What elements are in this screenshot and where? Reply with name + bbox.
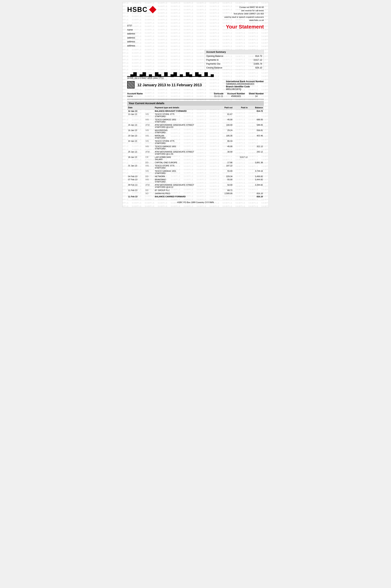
cell-date [127, 192, 145, 195]
cell-date: 09 Feb 13 [127, 183, 145, 189]
footer: HSBC PO Box 1888 Coventry CV3 9WN [127, 200, 264, 203]
account-number-label: Account Number [227, 92, 245, 95]
cell-paid-out: 81.67 [218, 112, 233, 118]
cell-type: VIS [145, 112, 154, 118]
cell-paid-out: 100.00 [218, 123, 233, 129]
cell-paid-in [233, 109, 249, 112]
cell-paid-out [218, 109, 233, 112]
cell-balance: 3,499.82 [249, 175, 264, 178]
cell-balance: 688.05 [249, 118, 264, 123]
cell-type: ATM [145, 150, 154, 156]
cell-type: VIS [145, 145, 154, 150]
table-row: 25 Jan 13 ATM ATM NATIONWIDE GREENGATE S… [127, 150, 264, 156]
cell-paid-out: 30.00 [218, 150, 233, 156]
table-row: 09 Feb 13 ATM ATM NATIONWIDE GREENGATE S… [127, 183, 264, 189]
cell-detail: CAPITAL ONE EUROPE [154, 161, 218, 164]
cell-type: VIS [145, 118, 154, 123]
cell-detail: TESCO GARAGE 1831STAFFORD [154, 145, 218, 150]
cell-date: 04 Feb 13 [127, 175, 145, 178]
contact-line1: Contact tel 08457 60 60 60 [224, 6, 264, 9]
table-row: VIS TESCO GARAGE 1831STAFFORD 45.00 688.… [127, 118, 264, 123]
cell-detail: ATM NATIONWIDE GREENGATE STREETSTAFFORD … [154, 123, 218, 129]
cell-detail: BALANCE BROUGHT FORWARD [154, 109, 218, 112]
contact-line4: used by deaf or speech impaired customer… [224, 15, 264, 19]
table-row: 31 Jan 13 VIS TESCO STORE 3775STAFFORD 1… [127, 164, 264, 169]
col-paid-in: Paid in [233, 106, 249, 110]
cell-paid-in: 3,617.12 [233, 156, 249, 161]
cell-detail: BT GROUP PLC [154, 189, 218, 192]
cell-paid-in [233, 139, 249, 145]
cell-paid-out: 229.34 [218, 175, 233, 178]
table-row: 11 Feb 13 BALANCE CARRIED FORWARD 826.10 [127, 195, 264, 198]
cell-date [127, 118, 145, 123]
address-line5: address [127, 40, 135, 44]
cell-type [145, 109, 154, 112]
cell-paid-out: 50.00 [218, 183, 233, 189]
address-block: 0737 name address address address addres… [127, 24, 135, 48]
cell-balance: 3,891.38 [249, 161, 264, 164]
cell-type: SO [145, 192, 154, 195]
table-row: 22 Jan 13 VIS TESCO STORE 3775STAFFORD 8… [127, 139, 264, 145]
cell-date: 11 Feb 13 [127, 195, 145, 198]
summary-header: Account Summary [205, 50, 264, 54]
cell-paid-out: 105.35 [218, 134, 233, 139]
cell-balance [249, 156, 264, 161]
table-row: 07 Feb 13 VIS BRANTANOSTAFFORD 55.00 3,4… [127, 178, 264, 183]
transactions-table: Date Payment type and details Paid out P… [127, 106, 264, 198]
iban-value: GB96MIDL40020045681823 [226, 83, 264, 85]
cell-paid-in [233, 150, 249, 156]
table-row: 04 Feb 13 DD NETWORK 229.34 3,499.82 [127, 175, 264, 178]
summary-row-closing: Closing Balance 826.10 [205, 66, 264, 70]
cell-paid-in [233, 129, 249, 134]
contact-line2: see reverse for call times [224, 9, 264, 12]
cell-date: 12 Jan 13 [127, 109, 145, 112]
cell-balance: 558.81 [249, 129, 264, 134]
sheet-number-value: 14 [249, 95, 264, 97]
cell-paid-out: 68.72 [218, 189, 233, 192]
table-row: 19 Jan 13 VIS MATALANSTAFFORD 105.35 453… [127, 134, 264, 139]
cell-balance: 588.05 [249, 123, 264, 129]
account-info-section: Account Name name Sortcode 11-11-11 Acco… [127, 92, 264, 97]
summary-row-payments-in: Payments In 3,617.12 [205, 58, 264, 62]
cell-paid-out: 107.22 [218, 164, 233, 169]
cell-paid-in [233, 169, 249, 175]
col-date: Date [127, 106, 145, 110]
cell-paid-in [233, 183, 249, 189]
cell-balance: 826.10 [249, 192, 264, 195]
date-range: 12 January 2013 to 11 February 2013 [137, 83, 202, 87]
address-line3: address [127, 32, 135, 36]
bic-value: MIDLGB2187Q [226, 88, 264, 90]
cell-type: VIS [145, 129, 154, 134]
cell-paid-in [233, 134, 249, 139]
iban-section: International Bank Account Number GB96MI… [226, 80, 264, 90]
contact-info: Contact tel 08457 60 60 60 see reverse f… [224, 6, 264, 22]
cell-balance: 826.10 [249, 195, 264, 198]
cell-type: VIS [145, 169, 154, 175]
logo-area: HSBC [127, 6, 156, 13]
header: HSBC Contact tel 08457 60 60 60 see reve… [127, 6, 264, 22]
summary-label-payments-in: Payments In [206, 59, 219, 61]
cell-date: 11 Feb 13 [127, 189, 145, 192]
table-row: SO SARAH ALFRED 2,500.00 826.10 [127, 192, 264, 195]
address-line4: address [127, 36, 135, 40]
footer-text: HSBC PO Box 1888 Coventry CV3 9WN [177, 201, 214, 203]
iban-label: International Bank Account Number [226, 80, 264, 83]
address-section: 0737 name address address address addres… [127, 24, 264, 48]
hsbc-diamond-icon [149, 6, 156, 13]
cell-paid-out [218, 195, 233, 198]
table-row: 15 Jan 13 ATM ATM NATIONWIDE GREENGATE S… [127, 123, 264, 129]
cell-balance: 292.12 [249, 150, 264, 156]
cell-detail: LAR HOMECARESALARY [154, 156, 218, 161]
cell-paid-out: 86.34 [218, 139, 233, 145]
cell-balance: 814.72 [249, 109, 264, 112]
summary-label-opening: Opening Balance [206, 55, 223, 57]
address-line2: name [127, 28, 135, 32]
sheet-number-block: Sheet Number 14 [249, 92, 264, 97]
table-row: 28 Jan 13 CR LAR HOMECARESALARY 3,617.12 [127, 156, 264, 161]
divider [127, 99, 264, 99]
account-number-value: 45681821 [227, 95, 245, 97]
cell-balance [249, 164, 264, 169]
cell-date [127, 161, 145, 164]
sheet-number-label: Sheet Number [249, 92, 264, 95]
cell-date: 31 Jan 13 [127, 164, 145, 169]
